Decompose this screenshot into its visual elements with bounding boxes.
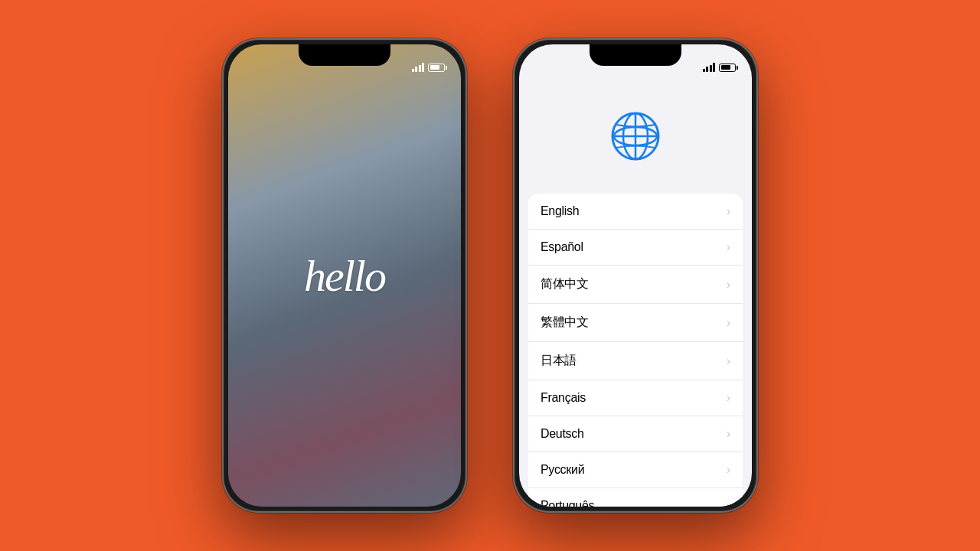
lang-item-russian[interactable]: Русский › [528,452,743,488]
left-status-icons [412,63,448,72]
hello-text: hello [304,250,385,302]
chevron-icon: › [727,240,730,254]
right-screen: English › Español › 简体中文 › 繁體中文 › 日本語 › … [519,44,752,507]
left-notch [299,44,390,66]
lang-item-french[interactable]: Français › [528,380,743,416]
chevron-icon: › [727,427,730,441]
globe-container [519,86,752,163]
chevron-icon: › [727,278,730,292]
left-phone: hello [222,38,467,513]
language-list: English › Español › 简体中文 › 繁體中文 › 日本語 › … [528,194,743,507]
chevron-icon: › [727,391,730,405]
battery-icon [428,64,447,72]
lang-item-english[interactable]: English › [528,194,743,230]
chevron-icon: › [727,463,730,477]
chevron-icon: › [727,354,730,368]
right-notch [590,44,681,66]
lang-item-german[interactable]: Deutsch › [528,416,743,452]
lang-item-simplified-chinese[interactable]: 简体中文 › [528,266,743,304]
lang-item-espanol[interactable]: Español › [528,230,743,266]
left-screen: hello [228,44,461,507]
signal-icon-right [703,63,716,72]
chevron-icon: › [727,499,730,507]
lang-item-portuguese[interactable]: Português › [528,488,743,507]
lang-item-traditional-chinese[interactable]: 繁體中文 › [528,304,743,342]
globe-icon [609,109,662,163]
chevron-icon: › [727,316,730,330]
chevron-icon: › [727,204,730,218]
right-status-icons [703,63,739,72]
lang-item-japanese[interactable]: 日本語 › [528,342,743,380]
right-phone: English › Español › 简体中文 › 繁體中文 › 日本語 › … [513,38,758,513]
battery-icon-right [719,64,738,72]
signal-icon [412,63,425,72]
